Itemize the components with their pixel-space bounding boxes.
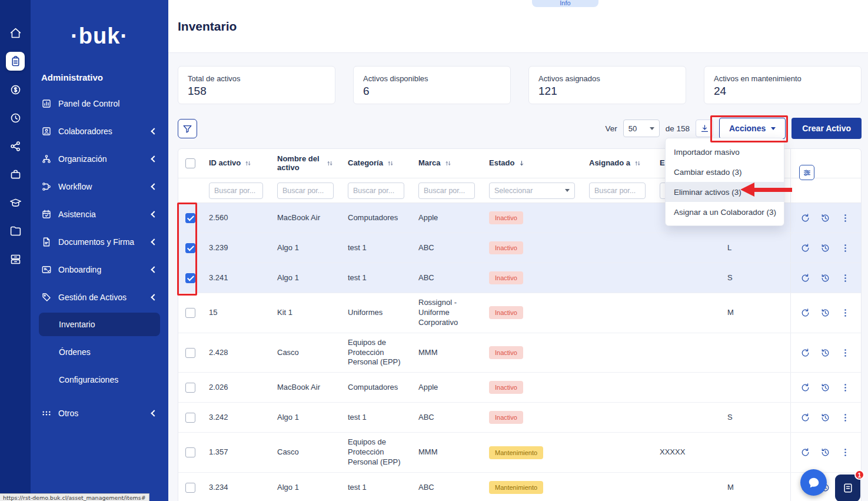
sidebar-item-workflow[interactable]: Workflow	[31, 172, 168, 200]
page-size-select[interactable]: 50	[623, 120, 660, 137]
sidebar-item-ordenes[interactable]: Órdenes	[31, 338, 168, 366]
folder-icon[interactable]	[6, 221, 25, 240]
time-icon[interactable]	[6, 108, 25, 127]
row-checkbox[interactable]	[185, 308, 195, 318]
sidebar-item-gestion-de-activos[interactable]: Gestión de Activos	[31, 283, 168, 311]
row-checkbox[interactable]	[185, 243, 195, 253]
filter-input-asignado[interactable]	[589, 183, 646, 199]
download-button[interactable]	[696, 120, 713, 137]
sidebar-item-inventario[interactable]: Inventario	[39, 313, 160, 336]
cell-estado: Inactivo	[482, 373, 582, 402]
filter-input-marca[interactable]	[418, 183, 475, 199]
kebab-menu-icon[interactable]	[840, 308, 850, 318]
filter-input-nombre[interactable]	[277, 183, 334, 199]
sidebar-item-panel-de-control[interactable]: Panel de Control	[31, 89, 168, 117]
menu-item-asignar-colaborador[interactable]: Asignar a un Colaborador (3)	[666, 202, 784, 222]
column-header-categoria[interactable]: Categoría	[341, 149, 411, 178]
column-header-id[interactable]: ID activo	[202, 149, 270, 178]
refresh-icon[interactable]	[800, 243, 810, 253]
history-icon[interactable]	[820, 213, 830, 223]
sort-both-icon[interactable]	[326, 160, 334, 167]
crear-activo-button[interactable]: Crear Activo	[791, 118, 862, 139]
kebab-menu-icon[interactable]	[840, 447, 850, 457]
sidebar-item-otros[interactable]: Otros	[31, 399, 168, 427]
cell-asignado	[582, 373, 653, 402]
sort-both-icon[interactable]	[634, 160, 641, 167]
acciones-button[interactable]: Acciones	[719, 118, 786, 139]
history-icon[interactable]	[820, 348, 830, 358]
sidebar-item-organizacion[interactable]: Organización	[31, 145, 168, 172]
row-checkbox[interactable]	[185, 213, 195, 223]
row-checkbox[interactable]	[185, 348, 195, 358]
history-icon[interactable]	[820, 243, 830, 253]
home-icon[interactable]	[6, 24, 25, 42]
kebab-menu-icon[interactable]	[840, 243, 850, 253]
menu-item-eliminar-activos[interactable]: Eliminar activos (3)	[666, 182, 784, 202]
sidebar-item-documentos-y-firma[interactable]: Documentos y Firma	[31, 228, 168, 256]
history-icon[interactable]	[820, 447, 830, 457]
payments-icon[interactable]	[6, 80, 25, 99]
cell-id-activo: 3.239	[202, 233, 270, 263]
filter-input-id[interactable]	[209, 183, 263, 199]
row-checkbox[interactable]	[185, 447, 195, 457]
filter-input-categoria[interactable]	[348, 183, 404, 199]
help-button[interactable]: 1	[835, 475, 860, 501]
menu-item-cambiar-estado[interactable]: Cambiar estado (3)	[666, 162, 784, 182]
cell-marca: Apple	[411, 373, 482, 402]
sort-both-icon[interactable]	[387, 160, 394, 167]
column-header-estado[interactable]: Estado	[482, 149, 582, 178]
refresh-icon[interactable]	[800, 413, 810, 423]
column-header-marca[interactable]: Marca	[411, 149, 482, 178]
buk-logo: ·buk·	[31, 24, 168, 49]
sort-desc-icon[interactable]	[518, 160, 526, 167]
cell-nombre: Algo 1	[270, 403, 341, 432]
cell-id-activo: 3.234	[202, 473, 270, 501]
archive-icon[interactable]	[6, 250, 25, 268]
history-icon[interactable]	[820, 308, 830, 318]
sidebar-item-asistencia[interactable]: Asistencia	[31, 200, 168, 228]
column-settings-button[interactable]	[799, 165, 814, 180]
column-header-asignado[interactable]: Asignado a	[582, 149, 653, 178]
kebab-menu-icon[interactable]	[840, 273, 850, 283]
row-checkbox[interactable]	[185, 413, 195, 423]
network-icon[interactable]	[6, 137, 25, 155]
menu-item-importador-masivo[interactable]: Importador masivo	[666, 142, 784, 162]
assets-icon[interactable]	[6, 52, 25, 71]
history-icon[interactable]	[820, 273, 830, 283]
column-header-nombre[interactable]: Nombre del activo	[270, 149, 341, 178]
row-checkbox-cell	[178, 433, 202, 472]
chat-button[interactable]	[800, 469, 827, 496]
kebab-menu-icon[interactable]	[840, 348, 850, 358]
sidebar-item-colaboradores[interactable]: Colaboradores	[31, 117, 168, 145]
kebab-menu-icon[interactable]	[840, 213, 850, 223]
briefcase-icon[interactable]	[6, 165, 25, 184]
history-icon[interactable]	[820, 413, 830, 423]
row-checkbox[interactable]	[185, 273, 195, 283]
refresh-icon[interactable]	[800, 348, 810, 358]
cell-empresa	[653, 263, 720, 293]
filter-button[interactable]	[178, 119, 197, 138]
refresh-icon[interactable]	[800, 447, 810, 457]
sidebar-item-onboarding[interactable]: Onboarding	[31, 256, 168, 283]
refresh-icon[interactable]	[800, 308, 810, 318]
row-checkbox[interactable]	[185, 483, 195, 493]
kebab-menu-icon[interactable]	[840, 383, 850, 393]
sidebar-item-configuraciones[interactable]: Configuraciones	[31, 366, 168, 393]
status-badge: Mantenimiento	[489, 481, 543, 494]
sort-both-icon[interactable]	[244, 160, 252, 167]
sort-both-icon[interactable]	[444, 160, 452, 167]
row-checkbox[interactable]	[185, 383, 195, 393]
refresh-icon[interactable]	[800, 213, 810, 223]
kebab-menu-icon[interactable]	[840, 413, 850, 423]
estado-filter-select[interactable]: Seleccionar	[489, 183, 575, 199]
header-checkbox-cell	[178, 149, 202, 178]
cell-estado: Mantenimiento	[482, 473, 582, 501]
row-checkbox-cell	[178, 373, 202, 402]
main-area: Inventario Total de activos 158 Activos …	[168, 0, 868, 501]
chevron-down-icon	[771, 127, 776, 130]
refresh-icon[interactable]	[800, 383, 810, 393]
history-icon[interactable]	[820, 383, 830, 393]
education-icon[interactable]	[6, 193, 25, 212]
refresh-icon[interactable]	[800, 273, 810, 283]
select-all-checkbox[interactable]	[185, 158, 195, 168]
